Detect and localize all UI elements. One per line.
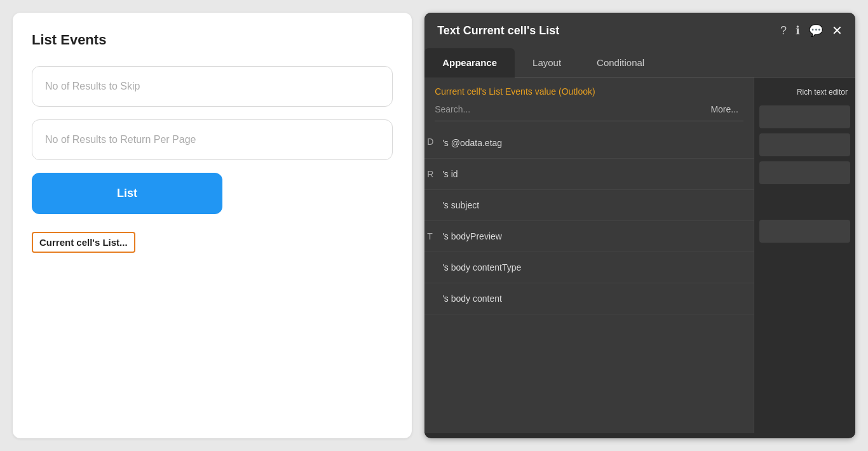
tabs-row: Appearance Layout Conditional <box>424 48 855 77</box>
dropdown-more-button[interactable]: More... <box>705 102 743 117</box>
placeholder-block-3 <box>759 161 850 184</box>
dropdown-area: Current cell's List Events value (Outloo… <box>424 77 754 433</box>
list-button[interactable]: List <box>32 173 222 214</box>
list-item[interactable]: 's body content <box>424 283 754 314</box>
list-item[interactable]: 's body contentType <box>424 252 754 283</box>
left-panel: List Events List Current cell's List... <box>13 13 412 438</box>
dropdown-search-input[interactable] <box>435 102 705 117</box>
right-sidebar-panel: Rich text editor <box>754 77 855 433</box>
help-icon[interactable]: ? <box>780 24 787 37</box>
list-item[interactable]: 's subject <box>424 190 754 221</box>
panel-body: Current cell's List Events value (Outloo… <box>424 77 855 433</box>
skip-input[interactable] <box>32 66 393 107</box>
placeholder-block-4 <box>759 220 850 243</box>
list-item[interactable]: 's @odata.etag <box>424 128 754 159</box>
dropdown-header: Current cell's List Events value (Outloo… <box>424 77 754 128</box>
header-icons: ? ℹ 💬 ✕ <box>780 23 843 38</box>
comment-icon[interactable]: 💬 <box>809 24 823 37</box>
list-item[interactable]: T 's bodyPreview <box>424 221 754 252</box>
rich-text-label: Rich text editor <box>759 84 850 100</box>
tab-appearance[interactable]: Appearance <box>424 48 515 77</box>
close-icon[interactable]: ✕ <box>832 23 843 38</box>
dropdown-list: 's @odata.etag R 's id 's subject T 's b… <box>424 128 754 314</box>
list-events-title: List Events <box>32 32 393 48</box>
placeholder-block-2 <box>759 133 850 156</box>
partial-label-d: D <box>424 137 433 147</box>
panel-title: Text Current cell's List <box>437 24 559 37</box>
dropdown-label: Current cell's List Events value (Outloo… <box>435 86 743 97</box>
panel-header: Text Current cell's List ? ℹ 💬 ✕ <box>424 13 855 48</box>
return-per-page-input[interactable] <box>32 119 393 160</box>
dropdown-search-row: More... <box>435 102 743 121</box>
current-cell-badge[interactable]: Current cell's List... <box>32 232 135 253</box>
right-panel: Text Current cell's List ? ℹ 💬 ✕ Appeara… <box>424 13 855 438</box>
partial-label-r: R <box>424 169 433 179</box>
partial-label-t: T <box>424 231 433 241</box>
info-icon[interactable]: ℹ <box>796 24 800 37</box>
list-item[interactable]: R 's id <box>424 159 754 190</box>
tab-layout[interactable]: Layout <box>515 48 579 77</box>
placeholder-block-1 <box>759 105 850 128</box>
tab-conditional[interactable]: Conditional <box>579 48 662 77</box>
